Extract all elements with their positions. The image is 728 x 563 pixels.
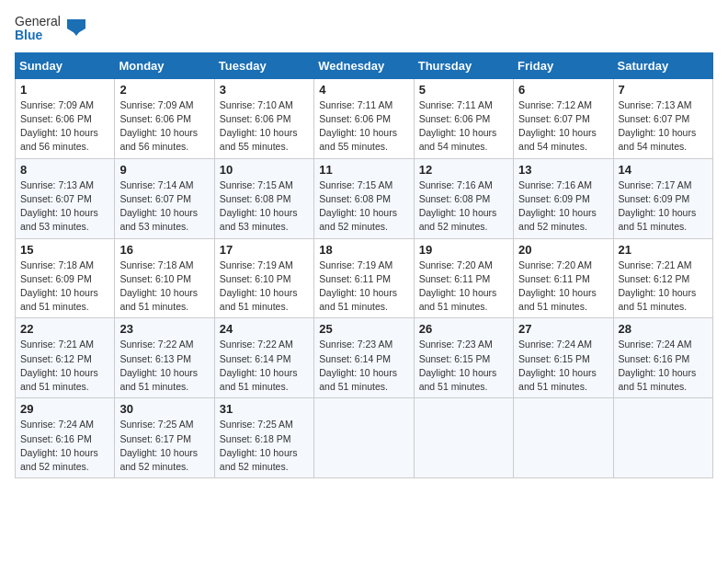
day-number: 25 bbox=[319, 322, 408, 336]
calendar-cell: 26 Sunrise: 7:23 AM Sunset: 6:15 PM Dayl… bbox=[414, 318, 513, 398]
day-number: 13 bbox=[518, 163, 608, 177]
day-info: Sunrise: 7:11 AM Sunset: 6:06 PM Dayligh… bbox=[319, 98, 408, 155]
weekday-header-wednesday: Wednesday bbox=[314, 52, 414, 78]
calendar-cell: 8 Sunrise: 7:13 AM Sunset: 6:07 PM Dayli… bbox=[16, 158, 115, 238]
logo-arrow-icon bbox=[67, 16, 85, 41]
calendar-cell: 24 Sunrise: 7:22 AM Sunset: 6:14 PM Dayl… bbox=[214, 318, 313, 398]
day-info: Sunrise: 7:20 AM Sunset: 6:11 PM Dayligh… bbox=[518, 259, 608, 315]
calendar-cell: 30 Sunrise: 7:25 AM Sunset: 6:17 PM Dayl… bbox=[115, 398, 214, 478]
day-number: 14 bbox=[619, 163, 708, 177]
logo-general-text: General bbox=[15, 15, 61, 29]
calendar-cell: 21 Sunrise: 7:21 AM Sunset: 6:12 PM Dayl… bbox=[613, 238, 712, 318]
day-info: Sunrise: 7:20 AM Sunset: 6:11 PM Dayligh… bbox=[419, 259, 508, 315]
day-info: Sunrise: 7:22 AM Sunset: 6:13 PM Dayligh… bbox=[119, 338, 209, 394]
day-number: 23 bbox=[119, 322, 209, 336]
day-number: 12 bbox=[419, 163, 508, 177]
day-number: 30 bbox=[119, 402, 209, 416]
calendar-cell: 28 Sunrise: 7:24 AM Sunset: 6:16 PM Dayl… bbox=[613, 318, 712, 398]
day-number: 1 bbox=[20, 83, 109, 97]
day-info: Sunrise: 7:16 AM Sunset: 6:09 PM Dayligh… bbox=[518, 178, 608, 235]
day-number: 2 bbox=[119, 83, 209, 97]
day-number: 20 bbox=[518, 243, 608, 257]
day-info: Sunrise: 7:21 AM Sunset: 6:12 PM Dayligh… bbox=[20, 338, 109, 394]
day-info: Sunrise: 7:13 AM Sunset: 6:07 PM Dayligh… bbox=[20, 178, 109, 235]
day-info: Sunrise: 7:19 AM Sunset: 6:10 PM Dayligh… bbox=[220, 259, 309, 315]
day-info: Sunrise: 7:13 AM Sunset: 6:07 PM Dayligh… bbox=[619, 98, 708, 155]
calendar-cell: 4 Sunrise: 7:11 AM Sunset: 6:06 PM Dayli… bbox=[314, 78, 414, 158]
calendar-cell: 23 Sunrise: 7:22 AM Sunset: 6:13 PM Dayl… bbox=[115, 318, 214, 398]
calendar-cell: 13 Sunrise: 7:16 AM Sunset: 6:09 PM Dayl… bbox=[514, 158, 613, 238]
day-info: Sunrise: 7:22 AM Sunset: 6:14 PM Dayligh… bbox=[220, 338, 309, 394]
day-info: Sunrise: 7:24 AM Sunset: 6:15 PM Dayligh… bbox=[518, 338, 608, 394]
day-number: 31 bbox=[220, 402, 309, 416]
calendar-table: SundayMondayTuesdayWednesdayThursdayFrid… bbox=[15, 52, 713, 478]
weekday-header-thursday: Thursday bbox=[414, 52, 513, 78]
page-header: General Blue bbox=[15, 15, 713, 43]
day-number: 6 bbox=[518, 83, 608, 97]
weekday-header-saturday: Saturday bbox=[613, 52, 712, 78]
calendar-cell bbox=[414, 398, 513, 478]
day-info: Sunrise: 7:24 AM Sunset: 6:16 PM Dayligh… bbox=[619, 338, 708, 394]
calendar-cell: 27 Sunrise: 7:24 AM Sunset: 6:15 PM Dayl… bbox=[514, 318, 613, 398]
calendar-cell: 29 Sunrise: 7:24 AM Sunset: 6:16 PM Dayl… bbox=[16, 398, 115, 478]
day-info: Sunrise: 7:18 AM Sunset: 6:10 PM Dayligh… bbox=[119, 259, 209, 315]
day-number: 9 bbox=[119, 163, 209, 177]
day-number: 16 bbox=[119, 243, 209, 257]
logo-blue-text: Blue bbox=[15, 29, 61, 42]
calendar-cell: 19 Sunrise: 7:20 AM Sunset: 6:11 PM Dayl… bbox=[414, 238, 513, 318]
day-number: 24 bbox=[220, 322, 309, 336]
calendar-cell: 5 Sunrise: 7:11 AM Sunset: 6:06 PM Dayli… bbox=[414, 78, 513, 158]
day-number: 5 bbox=[419, 83, 508, 97]
day-info: Sunrise: 7:25 AM Sunset: 6:18 PM Dayligh… bbox=[220, 418, 309, 474]
calendar-cell: 16 Sunrise: 7:18 AM Sunset: 6:10 PM Dayl… bbox=[115, 238, 214, 318]
day-number: 26 bbox=[419, 322, 508, 336]
calendar-cell: 17 Sunrise: 7:19 AM Sunset: 6:10 PM Dayl… bbox=[214, 238, 313, 318]
calendar-cell: 18 Sunrise: 7:19 AM Sunset: 6:11 PM Dayl… bbox=[314, 238, 414, 318]
day-info: Sunrise: 7:19 AM Sunset: 6:11 PM Dayligh… bbox=[319, 259, 408, 315]
day-info: Sunrise: 7:12 AM Sunset: 6:07 PM Dayligh… bbox=[518, 98, 608, 155]
calendar-cell: 6 Sunrise: 7:12 AM Sunset: 6:07 PM Dayli… bbox=[514, 78, 613, 158]
day-info: Sunrise: 7:11 AM Sunset: 6:06 PM Dayligh… bbox=[419, 98, 508, 155]
day-number: 10 bbox=[220, 163, 309, 177]
day-number: 18 bbox=[319, 243, 408, 257]
calendar-cell: 10 Sunrise: 7:15 AM Sunset: 6:08 PM Dayl… bbox=[214, 158, 313, 238]
weekday-header-tuesday: Tuesday bbox=[214, 52, 313, 78]
weekday-header-monday: Monday bbox=[115, 52, 214, 78]
calendar-cell: 2 Sunrise: 7:09 AM Sunset: 6:06 PM Dayli… bbox=[115, 78, 214, 158]
day-number: 11 bbox=[319, 163, 408, 177]
day-info: Sunrise: 7:17 AM Sunset: 6:09 PM Dayligh… bbox=[619, 178, 708, 235]
day-number: 27 bbox=[518, 322, 608, 336]
calendar-cell: 3 Sunrise: 7:10 AM Sunset: 6:06 PM Dayli… bbox=[214, 78, 313, 158]
calendar-cell: 31 Sunrise: 7:25 AM Sunset: 6:18 PM Dayl… bbox=[214, 398, 313, 478]
day-number: 17 bbox=[220, 243, 309, 257]
day-number: 19 bbox=[419, 243, 508, 257]
day-info: Sunrise: 7:23 AM Sunset: 6:15 PM Dayligh… bbox=[419, 338, 508, 394]
calendar-cell: 25 Sunrise: 7:23 AM Sunset: 6:14 PM Dayl… bbox=[314, 318, 414, 398]
day-number: 29 bbox=[20, 402, 109, 416]
weekday-header-sunday: Sunday bbox=[16, 52, 115, 78]
logo: General Blue bbox=[15, 15, 85, 43]
calendar-cell: 22 Sunrise: 7:21 AM Sunset: 6:12 PM Dayl… bbox=[16, 318, 115, 398]
calendar-cell: 20 Sunrise: 7:20 AM Sunset: 6:11 PM Dayl… bbox=[514, 238, 613, 318]
calendar-cell bbox=[514, 398, 613, 478]
day-info: Sunrise: 7:09 AM Sunset: 6:06 PM Dayligh… bbox=[20, 98, 109, 155]
calendar-cell: 7 Sunrise: 7:13 AM Sunset: 6:07 PM Dayli… bbox=[613, 78, 712, 158]
day-number: 3 bbox=[220, 83, 309, 97]
weekday-header-friday: Friday bbox=[514, 52, 613, 78]
calendar-cell: 9 Sunrise: 7:14 AM Sunset: 6:07 PM Dayli… bbox=[115, 158, 214, 238]
day-number: 15 bbox=[20, 243, 109, 257]
day-number: 22 bbox=[20, 322, 109, 336]
day-info: Sunrise: 7:14 AM Sunset: 6:07 PM Dayligh… bbox=[119, 178, 209, 235]
day-number: 7 bbox=[619, 83, 708, 97]
day-number: 8 bbox=[20, 163, 109, 177]
day-number: 28 bbox=[619, 322, 708, 336]
day-info: Sunrise: 7:24 AM Sunset: 6:16 PM Dayligh… bbox=[20, 418, 109, 474]
calendar-cell: 14 Sunrise: 7:17 AM Sunset: 6:09 PM Dayl… bbox=[613, 158, 712, 238]
day-info: Sunrise: 7:16 AM Sunset: 6:08 PM Dayligh… bbox=[419, 178, 508, 235]
day-info: Sunrise: 7:15 AM Sunset: 6:08 PM Dayligh… bbox=[319, 178, 408, 235]
day-number: 4 bbox=[319, 83, 408, 97]
calendar-cell: 1 Sunrise: 7:09 AM Sunset: 6:06 PM Dayli… bbox=[16, 78, 115, 158]
day-number: 21 bbox=[619, 243, 708, 257]
day-info: Sunrise: 7:21 AM Sunset: 6:12 PM Dayligh… bbox=[619, 259, 708, 315]
day-info: Sunrise: 7:25 AM Sunset: 6:17 PM Dayligh… bbox=[119, 418, 209, 474]
